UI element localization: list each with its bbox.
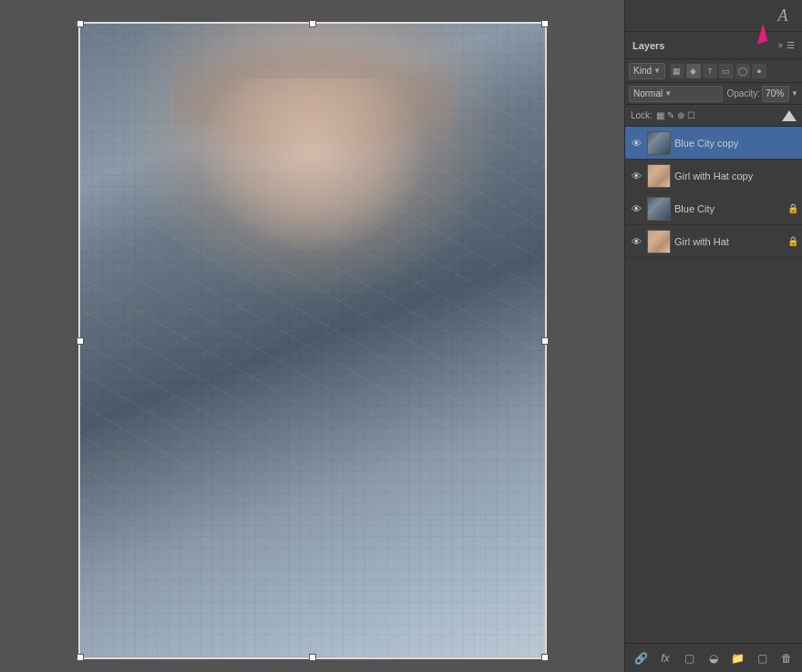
filter-icons-group: ▦ ◆ T ▭ ◯ ●: [670, 64, 766, 78]
type-tool-icon[interactable]: A: [771, 4, 795, 27]
canvas-wrapper: [80, 24, 545, 657]
layers-panel: Layers » ☰ Kind ▼ ▦ ◆ T ▭ ◯ ●: [625, 32, 802, 672]
filter-text-icon[interactable]: T: [703, 64, 717, 78]
layers-panel-title: Layers: [632, 40, 664, 51]
menu-icon[interactable]: ☰: [787, 40, 795, 50]
lock-brush-icon[interactable]: ✎: [667, 110, 674, 120]
kind-filter-select[interactable]: Kind ▼: [629, 63, 665, 79]
layer-item[interactable]: 👁Blue City copy: [625, 127, 802, 160]
opacity-input[interactable]: 70%: [762, 86, 789, 102]
layer-effects-button[interactable]: fx: [656, 649, 674, 667]
new-layer-button[interactable]: ▢: [753, 649, 771, 667]
layer-name-label: Girl with Hat copy: [674, 171, 798, 181]
layer-thumbnail: [647, 164, 671, 188]
layers-header-icons: » ☰: [777, 40, 795, 50]
layer-thumbnail: [647, 197, 671, 221]
opacity-label: Opacity:: [726, 88, 760, 98]
filter-toggle-icon[interactable]: ●: [752, 64, 766, 78]
eye-icon: 👁: [632, 203, 642, 214]
layers-bottom-bar: 🔗 fx ▢ ◒ 📁 ▢ 🗑: [625, 643, 802, 672]
blend-mode-select[interactable]: Normal ▼: [629, 86, 723, 102]
layer-item[interactable]: 👁Girl with Hat🔒: [625, 225, 802, 258]
layers-panel-header: Layers » ☰: [625, 32, 802, 59]
lock-bar: Lock: ▦ ✎ ⊕ ☐: [625, 105, 802, 127]
opacity-chevron-icon: ▼: [791, 89, 798, 98]
lock-artboard-icon[interactable]: ☐: [687, 110, 695, 120]
layer-name-label: Blue City: [674, 203, 784, 214]
kind-filter-label: Kind: [633, 66, 652, 76]
filter-shape-icon[interactable]: ▭: [719, 64, 734, 78]
layer-item[interactable]: 👁Blue City🔒: [625, 192, 802, 225]
eye-icon: 👁: [632, 138, 642, 149]
layers-list: 👁Blue City copy👁Girl with Hat copy👁Blue …: [625, 127, 802, 643]
lock-pixels-icon[interactable]: ▦: [656, 110, 664, 120]
link-layers-button[interactable]: 🔗: [632, 649, 650, 667]
right-panel: A Layers » ☰ Kind ▼ ▦ ◆ T ▭ ◯: [624, 0, 802, 672]
layer-name-label: Blue City copy: [674, 138, 798, 149]
blend-mode-label: Normal: [633, 88, 663, 98]
delete-layer-button[interactable]: 🗑: [777, 649, 796, 667]
expand-icon[interactable]: »: [777, 40, 783, 50]
filter-pixel-icon[interactable]: ▦: [670, 64, 684, 78]
layer-thumbnail: [647, 230, 671, 253]
new-group-button[interactable]: 📁: [729, 649, 747, 667]
filter-smart-icon[interactable]: ◯: [735, 64, 750, 78]
blend-chevron-icon: ▼: [664, 89, 672, 98]
face-shape: [196, 78, 428, 261]
canvas-area: [0, 0, 624, 672]
blend-opacity-bar: Normal ▼ Opacity: 70% ▼: [625, 83, 802, 105]
lock-icons-group: ▦ ✎ ⊕ ☐: [656, 110, 695, 120]
layer-visibility-toggle[interactable]: 👁: [629, 136, 643, 150]
layer-visibility-toggle[interactable]: 👁: [629, 202, 643, 216]
panel-top-bar: A: [625, 0, 802, 32]
fill-triangle-icon: [782, 110, 797, 121]
filter-adjustment-icon[interactable]: ◆: [686, 64, 701, 78]
eye-icon: 👁: [632, 236, 642, 247]
opacity-area: Opacity: 70% ▼: [726, 86, 798, 102]
layer-locked-icon: 🔒: [787, 236, 798, 246]
eye-icon: 👁: [632, 171, 642, 181]
kind-filter-bar: Kind ▼ ▦ ◆ T ▭ ◯ ●: [625, 59, 802, 83]
layer-name-label: Girl with Hat: [674, 236, 784, 247]
kind-chevron-icon: ▼: [653, 67, 661, 75]
layer-item[interactable]: 👁Girl with Hat copy: [625, 160, 802, 192]
canvas-image: [80, 24, 545, 657]
adjustment-layer-button[interactable]: ◒: [704, 649, 723, 667]
fill-area: [782, 110, 797, 121]
layer-mask-button[interactable]: ▢: [680, 649, 698, 667]
layer-visibility-toggle[interactable]: 👁: [629, 234, 643, 249]
layer-locked-icon: 🔒: [787, 203, 798, 213]
lock-label: Lock:: [631, 110, 653, 120]
lock-position-icon[interactable]: ⊕: [677, 110, 684, 120]
layer-visibility-toggle[interactable]: 👁: [629, 169, 643, 183]
layer-thumbnail: [647, 131, 671, 155]
